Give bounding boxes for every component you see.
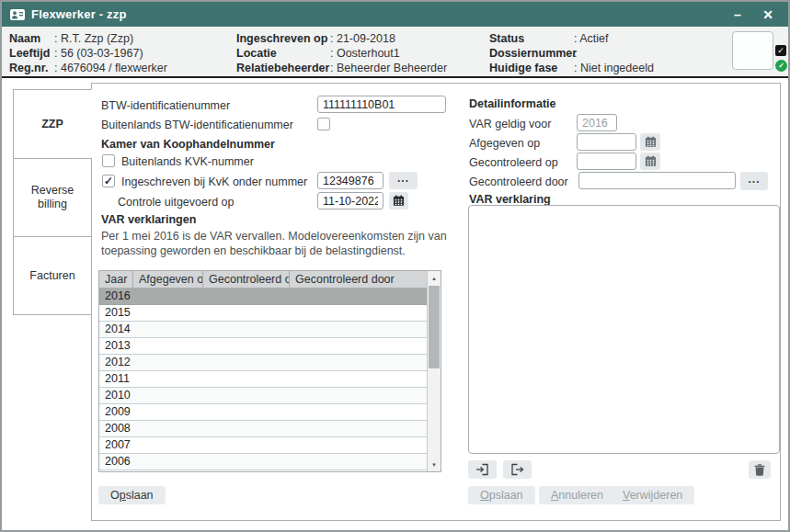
year-cell: 2011 — [105, 372, 130, 385]
column-header-afgegeven-op[interactable]: Afgegeven op — [133, 271, 203, 288]
flexwerker-window: Flexwerker - zzp – ✕ Naam : R.T. Zzp (Zz… — [0, 0, 790, 532]
scrollbar-thumb[interactable] — [429, 286, 440, 368]
table-row[interactable]: 2007 — [99, 437, 428, 454]
button-mnemonic: O — [480, 489, 489, 502]
button-text: O — [110, 489, 120, 502]
opslaan-button[interactable]: Opslaan — [468, 486, 535, 504]
table-scrollbar[interactable]: ▲ ▼ — [427, 271, 441, 471]
year-cell: 2007 — [105, 438, 131, 451]
kvk-lookup-button[interactable]: ... — [389, 172, 418, 189]
field-value: : 56 (03-03-1967) — [54, 47, 143, 60]
table-row[interactable]: 2014 — [99, 322, 428, 338]
field-label: Status — [489, 32, 574, 45]
btw-number-input[interactable] — [317, 96, 446, 113]
year-cell: 2015 — [105, 306, 131, 319]
button-mnemonic: p — [120, 489, 126, 502]
status-ok-icon: ✓ — [775, 60, 787, 72]
tab-label: Reverse billing — [17, 184, 87, 211]
field-value: : Niet ingedeeld — [574, 62, 654, 74]
year-cell: 2013 — [105, 339, 131, 352]
controle-date-calendar-button[interactable] — [389, 192, 408, 209]
ellipsis-icon: ... — [748, 176, 760, 187]
table-header-row: Jaar Afgegeven op Gecontroleerd op Gecon… — [99, 271, 428, 289]
table-row[interactable]: 2008 — [99, 421, 428, 437]
check-icon: ✓ — [777, 46, 784, 55]
table-row[interactable]: 2013 — [99, 338, 428, 355]
gecontroleerd-op-label: Gecontroleerd op — [469, 156, 558, 169]
calendar-icon — [393, 195, 405, 207]
kvk-number-input[interactable] — [317, 172, 384, 189]
table-row[interactable]: 2006 — [99, 454, 428, 470]
year-cell: 2006 — [105, 455, 131, 468]
check-icon: ✓ — [778, 62, 784, 70]
foreign-kvk-checkbox[interactable] — [102, 154, 115, 167]
foreign-btw-checkbox[interactable] — [317, 118, 330, 130]
field-label: Huidige fase — [489, 62, 574, 74]
header-field-ingeschreven: Ingeschreven op : 21-09-2018 — [236, 32, 395, 45]
scroll-down-icon[interactable]: ▼ — [428, 458, 441, 471]
year-cell: 2010 — [105, 389, 131, 402]
header-field-locatie: Locatie : Oosterhout1 — [236, 47, 400, 60]
header-field-status: Status : Actief — [489, 32, 609, 45]
delete-entry-button[interactable] — [749, 460, 771, 479]
header-field-dossiernummer: Dossiernummer : — [489, 47, 577, 60]
var-geldig-label: VAR geldig voor — [469, 118, 551, 130]
tab-reverse-billing[interactable]: Reverse billing — [13, 158, 92, 237]
field-label: Naam — [9, 32, 54, 45]
controle-date-label: Controle uitgevoerd op — [118, 196, 234, 209]
table-row[interactable]: 2015 — [99, 305, 428, 322]
column-header-jaar[interactable]: Jaar — [99, 271, 133, 288]
minimize-button[interactable]: – — [726, 5, 750, 25]
btw-number-label: BTW-identificatienummer — [101, 99, 230, 112]
verwijderen-button[interactable]: Verwijderen — [611, 486, 694, 504]
year-cell: 2016 — [105, 289, 131, 302]
var-verklaring-textarea[interactable] — [468, 205, 780, 454]
var-section-title: VAR verklaringen — [101, 213, 196, 226]
annuleren-button[interactable]: Annuleren — [539, 486, 615, 504]
field-value: : 21-09-2018 — [330, 32, 395, 45]
kvk-registered-label: Ingeschreven bij KvK onder nummer — [121, 175, 307, 188]
black-checkbox-icon[interactable]: ✓ — [775, 45, 786, 56]
var-verklaring-title: VAR verklaring — [469, 193, 551, 206]
column-header-gecontroleerd-door[interactable]: Gecontroleerd door — [290, 271, 428, 288]
table-row[interactable]: 2016 — [99, 289, 428, 305]
field-label: Ingeschreven op — [236, 32, 330, 45]
scroll-up-icon[interactable]: ▲ — [428, 271, 441, 285]
export-button[interactable] — [503, 460, 532, 479]
header-field-relatiebeheerder: Relatiebeheerder : Beheerder Beheerder — [236, 62, 447, 74]
button-text: nnuleren — [558, 489, 603, 502]
export-icon — [510, 463, 524, 476]
close-button[interactable]: ✕ — [756, 5, 780, 25]
gecontroleerd-op-input[interactable] — [577, 153, 636, 170]
column-header-gecontroleerd-op[interactable]: Gecontroleerd op — [203, 271, 290, 288]
flexwerker-app-icon — [10, 9, 25, 20]
header-field-huidige-fase: Huidige fase : Niet ingedeeld — [489, 62, 654, 74]
kvk-registered-checkbox[interactable]: ✓ — [102, 175, 115, 187]
afgegeven-op-calendar-button[interactable] — [640, 133, 660, 151]
ellipsis-icon: ... — [397, 175, 409, 186]
table-row[interactable]: 2012 — [99, 355, 428, 371]
tab-label: ZZP — [41, 118, 63, 131]
button-mnemonic: V — [623, 489, 630, 502]
tab-zzp[interactable]: ZZP — [13, 89, 92, 159]
controle-date-input[interactable] — [317, 192, 384, 209]
year-cell: 2012 — [105, 356, 131, 368]
calendar-icon — [645, 136, 657, 148]
table-row[interactable]: 2011 — [99, 371, 428, 388]
import-button[interactable] — [468, 460, 497, 479]
header-field-naam: Naam : R.T. Zzp (Zzp) — [9, 32, 133, 45]
foreign-btw-label: Buitenlands BTW-identificatienummer — [101, 119, 293, 131]
gecontroleerd-op-calendar-button[interactable] — [640, 153, 660, 170]
field-label: Dossiernummer — [489, 47, 574, 60]
gecontroleerd-door-lookup-button[interactable]: ... — [740, 172, 768, 190]
gecontroleerd-door-input[interactable] — [578, 172, 736, 189]
table-row[interactable]: 2009 — [99, 404, 428, 421]
afgegeven-op-input[interactable] — [577, 133, 636, 151]
field-label: Locatie — [236, 47, 330, 60]
header-field-regnr: Reg.nr. : 4676094 / flexwerker — [9, 62, 167, 74]
field-value: : 4676094 / flexwerker — [54, 62, 167, 74]
button-text: slaan — [126, 489, 154, 502]
opslaan-button-left[interactable]: Opslaan — [98, 486, 166, 504]
table-row[interactable]: 2010 — [99, 388, 428, 404]
tab-facturen[interactable]: Facturen — [13, 236, 92, 315]
